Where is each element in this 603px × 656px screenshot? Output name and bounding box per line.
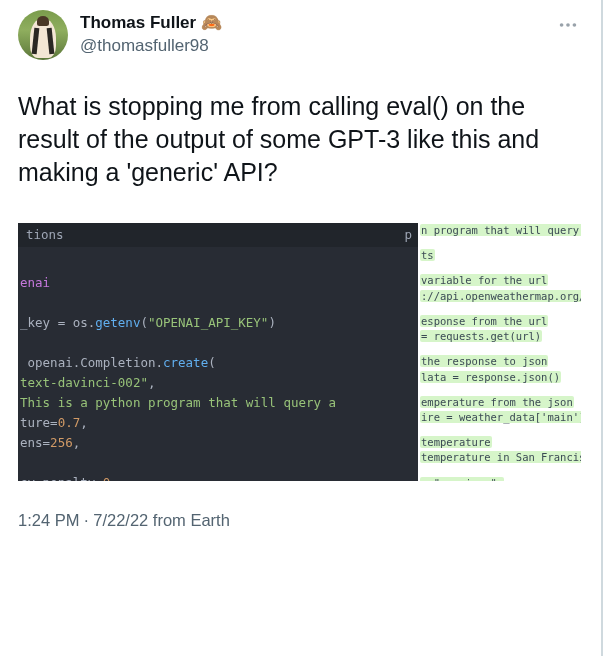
code-line: = "__main__": bbox=[420, 476, 581, 481]
author-block: Thomas Fuller 🙈 @thomasfuller98 bbox=[80, 12, 222, 58]
code-line: enai bbox=[18, 273, 418, 293]
code-line bbox=[18, 293, 418, 313]
code-group: temperaturetemperature in San Francisco … bbox=[420, 435, 581, 465]
more-button[interactable] bbox=[553, 10, 583, 40]
code-group: the response to jsonlata = response.json… bbox=[420, 354, 581, 384]
tab-label: tions bbox=[26, 225, 64, 245]
code-line: ://api.openweathermap.org/data/2.5/weath… bbox=[420, 289, 581, 304]
code-group: esponse from the url= requests.get(url) bbox=[420, 314, 581, 344]
code-line: ire = weather_data['main']['temp'] bbox=[420, 410, 581, 425]
svg-point-0 bbox=[560, 23, 564, 27]
code-line bbox=[18, 253, 418, 273]
ellipsis-icon bbox=[557, 14, 579, 36]
code-line: temperature bbox=[420, 435, 581, 450]
display-name[interactable]: Thomas Fuller bbox=[80, 12, 196, 35]
tab-label-right: p bbox=[404, 225, 412, 245]
code-line: the response to json bbox=[420, 354, 581, 369]
avatar[interactable] bbox=[18, 10, 68, 60]
tweet-header: Thomas Fuller 🙈 @thomasfuller98 bbox=[18, 10, 583, 60]
code-line bbox=[18, 333, 418, 353]
code-line: ens=256, bbox=[18, 433, 418, 453]
code-pane-right: n program that will query a weather API … bbox=[418, 223, 583, 481]
code-group: variable for the url://api.openweatherma… bbox=[420, 273, 581, 303]
code-line: _key = os.getenv("OPENAI_API_KEY") bbox=[18, 313, 418, 333]
code-line: ts bbox=[420, 248, 581, 263]
handle[interactable]: @thomasfuller98 bbox=[80, 35, 222, 58]
code-line: lata = response.json() bbox=[420, 370, 581, 385]
code-line bbox=[18, 453, 418, 473]
code-line: cy_penalty=0, bbox=[18, 473, 418, 481]
svg-point-2 bbox=[573, 23, 577, 27]
code-line: emperature from the json bbox=[420, 395, 581, 410]
code-line: This is a python program that will query… bbox=[18, 393, 418, 413]
code-line: openai.Completion.create( bbox=[18, 353, 418, 373]
code-line: temperature in San Francisco is {} degre… bbox=[420, 450, 581, 465]
code-line: n program that will query a weather API … bbox=[420, 223, 581, 238]
svg-point-1 bbox=[566, 23, 570, 27]
tweet-text: What is stopping me from calling eval() … bbox=[18, 90, 583, 189]
tweet-container: Thomas Fuller 🙈 @thomasfuller98 What is … bbox=[0, 0, 601, 481]
timestamp[interactable]: 1:24 PM · 7/22/22 from Earth bbox=[0, 511, 601, 530]
code-group: n program that will query a weather API … bbox=[420, 223, 581, 238]
editor-tab-bar: tions p bbox=[18, 223, 418, 247]
code-group: emperature from the jsonire = weather_da… bbox=[420, 395, 581, 425]
emoji-see-no-evil-icon: 🙈 bbox=[201, 12, 222, 35]
code-pane-left: tions p enai _key = os.getenv("OPENAI_AP… bbox=[18, 223, 418, 481]
code-line: ture=0.7, bbox=[18, 413, 418, 433]
media-row[interactable]: tions p enai _key = os.getenv("OPENAI_AP… bbox=[18, 223, 583, 481]
code-group: ts bbox=[420, 248, 581, 263]
code-line: variable for the url bbox=[420, 273, 581, 288]
code-line: = requests.get(url) bbox=[420, 329, 581, 344]
code-group: = "__main__": bbox=[420, 476, 581, 481]
code-line: text-davinci-002", bbox=[18, 373, 418, 393]
code-line: esponse from the url bbox=[420, 314, 581, 329]
